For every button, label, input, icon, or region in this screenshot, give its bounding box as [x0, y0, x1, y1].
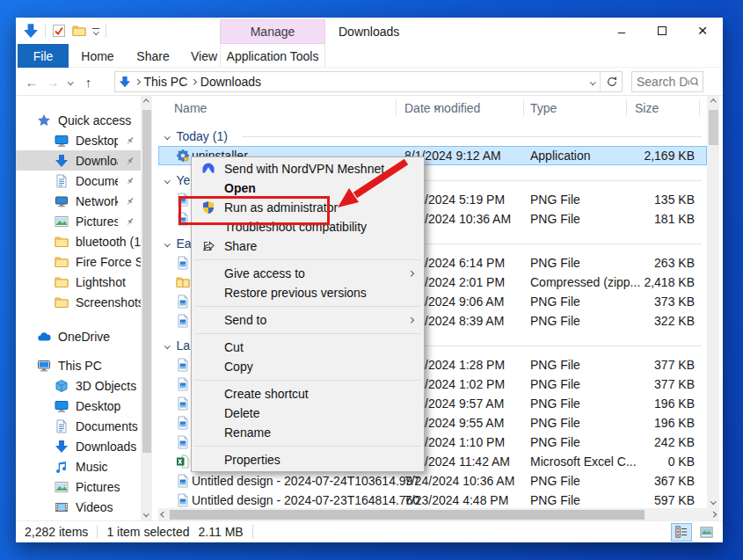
sidebar-item-screenshots[interactable]: Screenshots [16, 292, 141, 312]
file-type: PNG File [530, 314, 580, 328]
menu-item-restore-previous-versions[interactable]: Restore previous versions [193, 283, 423, 302]
menu-item-share[interactable]: Share [193, 236, 423, 256]
recent-locations-icon[interactable] [68, 79, 73, 84]
tab-share[interactable]: Share [127, 44, 179, 68]
scroll-down-icon[interactable] [143, 511, 149, 516]
sidebar-item-music[interactable]: Music [16, 456, 141, 476]
sidebar-section-onedrive[interactable]: OneDrive [16, 326, 141, 346]
sidebar-section-quick-access[interactable]: Quick access [16, 110, 141, 130]
png-file-icon [176, 256, 190, 270]
scroll-up-icon[interactable] [143, 99, 149, 105]
refresh-icon[interactable] [606, 76, 618, 88]
file-list-scrollbar[interactable] [707, 96, 719, 508]
breadcrumb-this-pc[interactable]: This PC [144, 75, 188, 89]
menu-item-delete[interactable]: Delete [193, 404, 423, 423]
column-name[interactable]: Name [174, 101, 207, 115]
file-row-untitled-design-2024-07-23t164[interactable]: Untitled design - 2024-07-23T164814.7607… [158, 491, 707, 507]
column-headers: Name Date modified Type Size [158, 96, 707, 120]
back-icon[interactable]: ← [21, 75, 42, 90]
cloud-icon [37, 330, 51, 344]
address-dropdown-icon[interactable] [590, 79, 595, 84]
column-size[interactable]: Size [635, 101, 659, 115]
file-type: Application [530, 149, 591, 163]
menu-item-give-access-to[interactable]: Give access to [193, 264, 423, 283]
sidebar-scroll-thumb[interactable] [142, 110, 151, 453]
hscroll-right-icon[interactable] [710, 512, 716, 517]
document-icon [55, 419, 69, 433]
sidebar-item-desktop[interactable]: Desktop [16, 396, 141, 416]
file-date-modified: /2024 2:01 PM [425, 275, 505, 289]
download-icon [55, 440, 69, 454]
sidebar-scrollbar[interactable] [141, 96, 152, 520]
new-folder-icon[interactable] [72, 24, 86, 38]
menu-item-label: Rename [224, 425, 271, 440]
menu-item-open[interactable]: Open [193, 178, 423, 198]
horizontal-scrollbar[interactable] [158, 508, 719, 520]
file-row-untitled-design-2024-07-24t103[interactable]: Untitled design - 2024-07-24T103614.9977… [158, 471, 707, 491]
share-icon [201, 239, 215, 253]
sidebar-item-bluetooth-1-[interactable]: bluetooth (1) [16, 231, 141, 251]
tab-home[interactable]: Home [70, 44, 125, 68]
sidebar-item-label: Screenshots [76, 295, 141, 309]
menu-item-label: Share [224, 239, 257, 253]
menu-item-copy[interactable]: Copy [193, 357, 423, 376]
close-button[interactable]: × [682, 18, 723, 44]
sidebar-item-documents[interactable]: Documents [16, 416, 141, 436]
sidebar-item-label: Videos [76, 500, 113, 514]
sidebar-item-fire-force-s01-10[interactable]: Fire Force S01 10 [16, 251, 141, 272]
group-label: Ye [177, 173, 191, 187]
thumbnails-view-button[interactable] [696, 524, 716, 541]
hscroll-left-icon[interactable] [161, 512, 166, 517]
sidebar-item-documents[interactable]: Documents [16, 171, 141, 191]
sidebar-item-pictures[interactable]: Pictures [16, 476, 141, 497]
file-type: PNG File [530, 212, 580, 226]
list-scroll-up-icon[interactable] [710, 99, 716, 105]
menu-item-rename[interactable]: Rename [193, 423, 423, 442]
collapse-group-icon[interactable] [164, 241, 170, 246]
items-count: 2,282 items [25, 525, 88, 539]
group-label: Ea [177, 236, 192, 251]
menu-item-cut[interactable]: Cut [193, 338, 423, 357]
group-header[interactable]: Today (1) [158, 127, 707, 146]
sidebar-item-downloads[interactable]: Downloads [16, 436, 141, 456]
sidebar-item-pictures[interactable]: Pictures [16, 211, 141, 231]
collapse-group-icon[interactable] [164, 178, 170, 183]
sidebar-item-3d-objects[interactable]: 3D Objects [16, 375, 141, 396]
list-scroll-thumb[interactable] [709, 110, 718, 145]
tab-application-tools[interactable]: Application Tools [220, 44, 325, 68]
collapse-group-icon[interactable] [164, 343, 170, 348]
menu-item-send-with-nordvpn-meshnet[interactable]: Send with NordVPN Meshnet [193, 159, 423, 178]
forward-icon[interactable]: → [42, 75, 63, 90]
list-scroll-down-icon[interactable] [710, 498, 716, 504]
file-size: 2,418 KB [644, 275, 695, 289]
picture-icon [55, 215, 69, 229]
address-bar[interactable]: This PC Downloads [114, 71, 623, 92]
sidebar-section-label: OneDrive [58, 330, 110, 344]
customize-qat-caret-icon[interactable] [92, 28, 99, 34]
up-icon[interactable]: ↑ [78, 75, 99, 90]
hscroll-thumb[interactable] [170, 510, 645, 520]
column-type[interactable]: Type [530, 101, 557, 115]
menu-item-label: Restore previous versions [224, 286, 367, 300]
sidebar-item-network[interactable]: Network [16, 191, 141, 211]
sidebar-item-videos[interactable]: Videos [16, 497, 141, 517]
maximize-button[interactable] [642, 18, 682, 44]
minimize-button[interactable]: – [601, 18, 642, 44]
menu-item-send-to[interactable]: Send to [193, 310, 423, 330]
menu-item-label: Send to [224, 313, 266, 327]
file-size: 196 KB [654, 396, 695, 411]
menu-item-properties[interactable]: Properties [193, 450, 423, 469]
sidebar-item-desktop[interactable]: Desktop [16, 130, 141, 150]
tab-file[interactable]: File [18, 44, 69, 68]
properties-checkbox-icon[interactable] [52, 24, 66, 38]
sidebar-item-lightshot[interactable]: Lightshot [16, 272, 141, 292]
details-view-button[interactable] [672, 524, 691, 541]
folder-icon [55, 255, 69, 269]
menu-item-create-shortcut[interactable]: Create shortcut [193, 384, 423, 404]
column-date-modified[interactable]: Date modified [404, 101, 480, 115]
collapse-group-icon[interactable] [164, 134, 170, 139]
sidebar-item-downloads[interactable]: Downloads [16, 150, 141, 171]
sidebar-section-this-pc[interactable]: This PC [16, 355, 141, 375]
breadcrumb-downloads[interactable]: Downloads [200, 75, 261, 89]
search-box[interactable]: Search Do... [631, 71, 703, 92]
